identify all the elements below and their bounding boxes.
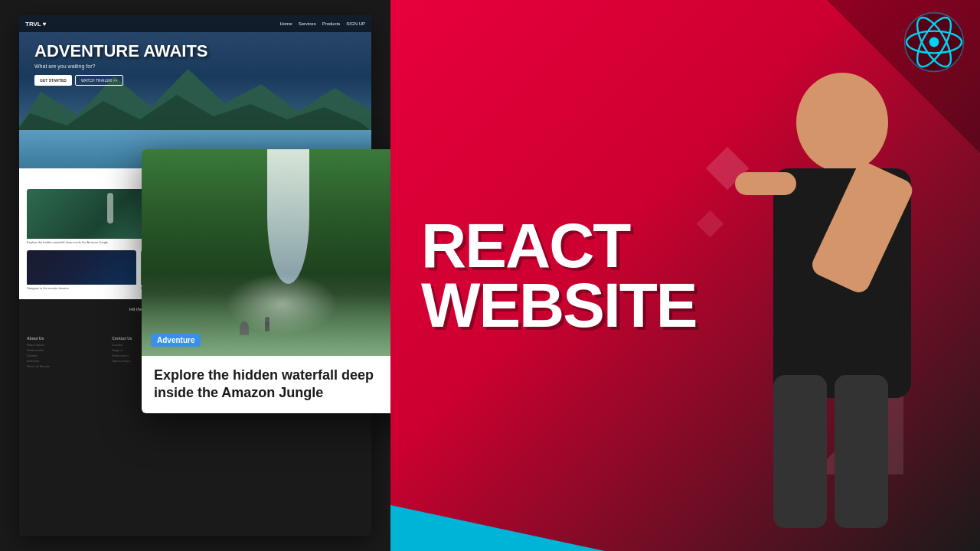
get-started-button[interactable]: GET STARTED [34,75,72,86]
footer-col-about-title: About Us [27,336,108,341]
card-popup[interactable]: Adventure Explore the hidden waterfall d… [142,149,390,413]
hero-title: ADVENTURE AWAITS [34,42,208,60]
card-title: Explore the hidden waterfall deep inside… [154,367,390,403]
person-silhouette [674,31,980,551]
footer-col-about: About Us How it works Testimonials Caree… [27,336,108,370]
react-logo-container [903,11,965,73]
card-content: Explore the hidden waterfall deep inside… [142,356,390,413]
main-title: REACT WEBSITE [421,216,697,335]
dest-card-3[interactable]: Stargaze in the remote deserts [27,250,136,292]
hero-text-area: ADVENTURE AWAITS What are you waiting fo… [34,42,208,86]
dest-img-night [27,250,136,285]
dest-caption-3: Stargaze in the remote deserts [27,285,136,292]
title-line-react: REACT [421,216,697,276]
mockup-hero: TRVL ♥ Home Services Products SIGN UP AD… [19,15,371,168]
nav-signup[interactable]: SIGN UP [346,21,365,26]
react-logo-icon [903,11,965,73]
mockup-nav: TRVL ♥ Home Services Products SIGN UP [19,15,371,32]
svg-point-4 [929,37,939,47]
person-container [674,31,980,551]
hero-buttons: GET STARTED WATCH TRAILER >> [34,75,208,86]
nav-products[interactable]: Products [322,21,341,26]
card-waterfall-stream [267,149,309,284]
card-popup-image: Adventure [142,149,390,356]
nav-links: Home Services Products SIGN UP [280,21,365,26]
right-panel: REACT WEBSITE [390,0,980,551]
title-line-website: WEBSITE [421,276,697,335]
watch-trailer-button[interactable]: WATCH TRAILER >> [75,75,123,86]
svg-rect-10 [835,375,888,528]
svg-point-5 [796,73,888,172]
svg-rect-7 [735,172,796,195]
svg-rect-9 [773,375,827,528]
card-badge: Adventure [151,334,201,347]
nav-services[interactable]: Services [299,21,316,26]
nav-home[interactable]: Home [280,21,292,26]
hero-subtitle: What are you waiting for? [34,64,208,69]
bg-shape-cyan [390,436,605,551]
left-panel: TRVL ♥ Home Services Products SIGN UP AD… [0,0,390,551]
nav-logo: TRVL ♥ [25,21,47,28]
